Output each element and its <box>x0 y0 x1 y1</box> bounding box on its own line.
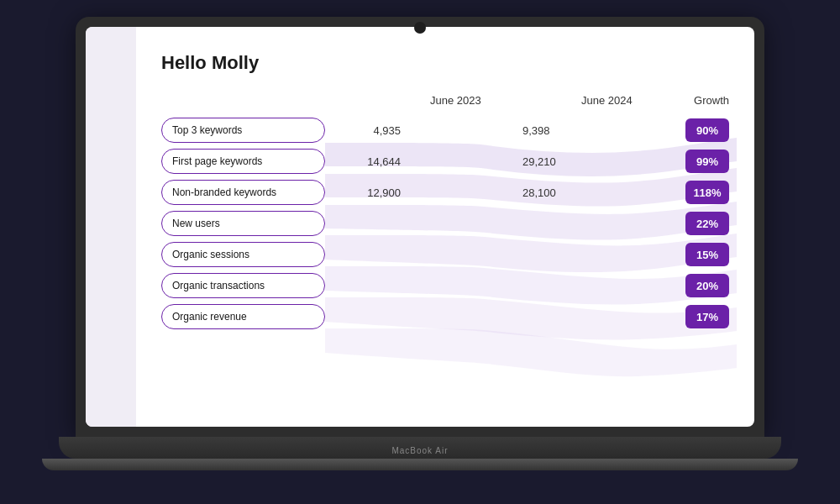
row-val-2024: 29,210 <box>522 155 556 168</box>
growth-badge: 17% <box>685 305 729 328</box>
table-row: New users22% <box>161 211 729 236</box>
col-header-2024: June 2024 <box>581 94 633 107</box>
row-label: Organic revenue <box>161 304 325 329</box>
chart-area: June 2023 June 2024 Growth <box>161 94 729 413</box>
laptop-brand-label: MacBook Air <box>391 446 448 455</box>
growth-badge: 22% <box>685 212 729 235</box>
page-title: Hello Molly <box>161 52 729 74</box>
laptop-base: MacBook Air <box>59 437 781 459</box>
table-row: Organic transactions20% <box>161 273 729 298</box>
laptop-bottom-bar <box>42 459 798 470</box>
table-row: Organic sessions15% <box>161 242 729 267</box>
row-label: Organic transactions <box>161 273 325 298</box>
row-val-2023: 12,900 <box>333 186 401 199</box>
growth-badge: 118% <box>685 181 729 204</box>
col-header-growth: Growth <box>694 94 729 107</box>
row-val-2024: 28,100 <box>522 186 556 199</box>
growth-badge: 99% <box>685 150 729 173</box>
row-label: Organic sessions <box>161 242 325 267</box>
row-val-2024: 9,398 <box>522 124 550 137</box>
table-row: Organic revenue17% <box>161 304 729 329</box>
col-header-2023: June 2023 <box>430 94 481 107</box>
growth-badge: 20% <box>685 274 729 297</box>
table-row: Top 3 keywords4,9359,39890% <box>161 118 729 143</box>
main-content: Hello Molly June 2023 June 2024 Growth <box>136 27 754 427</box>
row-val-2023: 14,644 <box>333 155 401 168</box>
screen-bezel: Hello Molly June 2023 June 2024 Growth <box>76 17 764 437</box>
row-label: Non-branded keywords <box>161 180 325 205</box>
row-label: Top 3 keywords <box>161 118 325 143</box>
growth-badge: 15% <box>685 243 729 266</box>
row-label: New users <box>161 211 325 236</box>
table-row: First page keywords14,64429,21099% <box>161 149 729 174</box>
row-val-2023: 4,935 <box>333 124 401 137</box>
table-row: Non-branded keywords12,90028,100118% <box>161 180 729 205</box>
row-label: First page keywords <box>161 149 325 174</box>
sidebar <box>86 27 136 427</box>
growth-badge: 90% <box>685 118 729 142</box>
laptop-frame: Hello Molly June 2023 June 2024 Growth <box>59 17 781 487</box>
screen: Hello Molly June 2023 June 2024 Growth <box>86 27 754 427</box>
